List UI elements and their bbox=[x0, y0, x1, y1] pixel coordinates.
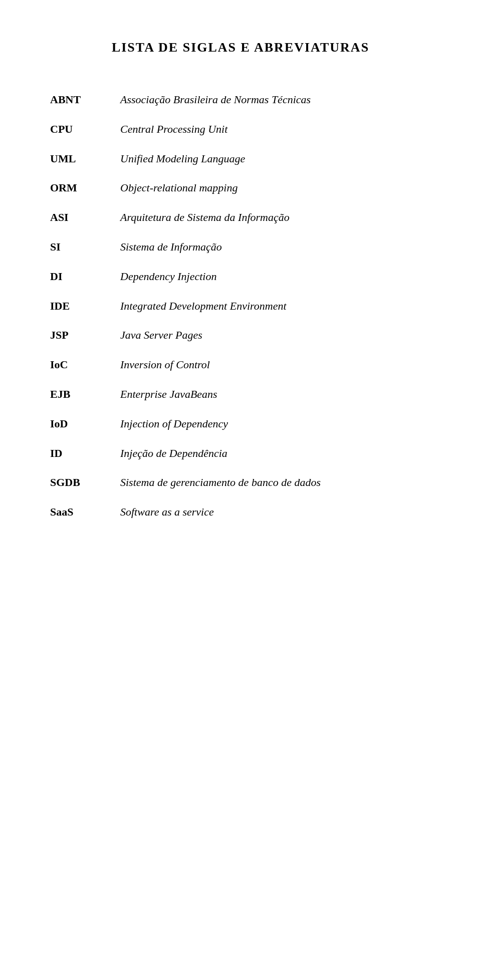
definition-cell: Inversion of Control bbox=[120, 350, 431, 380]
definition-cell: Arquitetura de Sistema da Informação bbox=[120, 203, 431, 232]
table-row: SGDBSistema de gerenciamento de banco de… bbox=[50, 468, 431, 498]
table-row: IDEIntegrated Development Environment bbox=[50, 292, 431, 321]
definition-cell: Integrated Development Environment bbox=[120, 292, 431, 321]
table-row: UMLUnified Modeling Language bbox=[50, 144, 431, 174]
definition-cell: Central Processing Unit bbox=[120, 115, 431, 144]
table-row: ORMObject-relational mapping bbox=[50, 173, 431, 203]
definition-cell: Software as a service bbox=[120, 498, 431, 527]
abbreviation-cell: EJB bbox=[50, 380, 120, 409]
abbreviation-cell: JSP bbox=[50, 321, 120, 350]
abbreviation-cell: IoC bbox=[50, 350, 120, 380]
definition-cell: Enterprise JavaBeans bbox=[120, 380, 431, 409]
table-row: JSPJava Server Pages bbox=[50, 321, 431, 350]
definition-cell: Associação Brasileira de Normas Técnicas bbox=[120, 85, 431, 115]
table-row: DIDependency Injection bbox=[50, 262, 431, 292]
table-row: SISistema de Informação bbox=[50, 232, 431, 262]
page-title: LISTA DE SIGLAS E ABREVIATURAS bbox=[50, 40, 431, 55]
abbreviation-cell: DI bbox=[50, 262, 120, 292]
abbreviation-cell: IoD bbox=[50, 409, 120, 439]
definition-cell: Injection of Dependency bbox=[120, 409, 431, 439]
definition-cell: Object-relational mapping bbox=[120, 173, 431, 203]
table-row: SaaSSoftware as a service bbox=[50, 498, 431, 527]
table-row: ABNTAssociação Brasileira de Normas Técn… bbox=[50, 85, 431, 115]
table-row: IoCInversion of Control bbox=[50, 350, 431, 380]
definition-cell: Dependency Injection bbox=[120, 262, 431, 292]
abbreviation-cell: ORM bbox=[50, 173, 120, 203]
definition-cell: Sistema de gerenciamento de banco de dad… bbox=[120, 468, 431, 498]
table-row: EJBEnterprise JavaBeans bbox=[50, 380, 431, 409]
acronym-table: ABNTAssociação Brasileira de Normas Técn… bbox=[50, 85, 431, 527]
definition-cell: Java Server Pages bbox=[120, 321, 431, 350]
table-row: IoDInjection of Dependency bbox=[50, 409, 431, 439]
abbreviation-cell: ASI bbox=[50, 203, 120, 232]
abbreviation-cell: UML bbox=[50, 144, 120, 174]
table-row: ASIArquitetura de Sistema da Informação bbox=[50, 203, 431, 232]
abbreviation-cell: IDE bbox=[50, 292, 120, 321]
definition-cell: Sistema de Informação bbox=[120, 232, 431, 262]
page-wrapper: LISTA DE SIGLAS E ABREVIATURAS ABNTAssoc… bbox=[50, 40, 431, 980]
definition-cell: Unified Modeling Language bbox=[120, 144, 431, 174]
abbreviation-cell: SaaS bbox=[50, 498, 120, 527]
definition-cell: Injeção de Dependência bbox=[120, 439, 431, 468]
abbreviation-cell: CPU bbox=[50, 115, 120, 144]
abbreviation-cell: SGDB bbox=[50, 468, 120, 498]
abbreviation-cell: ID bbox=[50, 439, 120, 468]
abbreviation-cell: SI bbox=[50, 232, 120, 262]
table-row: CPUCentral Processing Unit bbox=[50, 115, 431, 144]
table-row: IDInjeção de Dependência bbox=[50, 439, 431, 468]
abbreviation-cell: ABNT bbox=[50, 85, 120, 115]
